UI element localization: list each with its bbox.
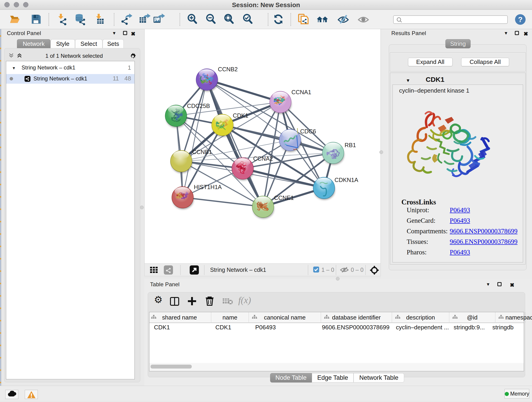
svg-text:CDC6: CDC6: [300, 128, 316, 134]
svg-text:CCNA2: CCNA2: [253, 155, 273, 162]
svg-text:CCNE1: CCNE1: [274, 195, 294, 201]
svg-text:CDC25B: CDC25B: [187, 103, 210, 109]
svg-text:RB1: RB1: [345, 142, 356, 148]
svg-text:CCNB2: CCNB2: [218, 66, 238, 72]
svg-text:CDK1: CDK1: [233, 112, 248, 119]
svg-text:HIST1H1A: HIST1H1A: [194, 184, 222, 190]
svg-text:CCNA1: CCNA1: [291, 89, 311, 95]
svg-text:CCNB1: CCNB1: [192, 149, 212, 155]
svg-text:CDKN1A: CDKN1A: [335, 177, 358, 183]
